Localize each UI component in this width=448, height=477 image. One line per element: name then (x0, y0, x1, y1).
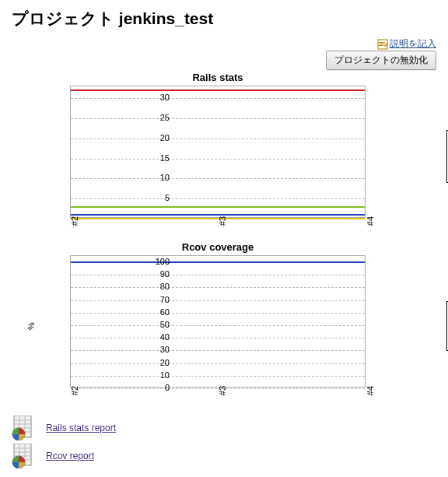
edit-description-link[interactable]: 説明を記入 (377, 38, 436, 49)
chart-ytick: 60 (142, 307, 170, 317)
edit-icon (377, 39, 388, 50)
chart-xtick: #2 (70, 386, 93, 395)
chart-plot-area (70, 255, 366, 388)
report-icon (12, 416, 37, 440)
rcov-report-link[interactable]: Rcov report (46, 451, 94, 461)
chart-ytick: 10 (142, 370, 170, 380)
chart-ytick: 10 (142, 173, 170, 182)
svg-rect-1 (379, 42, 385, 43)
chart-series-line (71, 214, 365, 216)
report-row: Rcov report (12, 444, 436, 468)
chart-gridline (71, 338, 365, 338)
chart-xtick: #3 (218, 386, 240, 395)
chart-gridline (71, 325, 365, 326)
chart-gridline (71, 98, 365, 99)
chart-ytick: 0 (142, 383, 170, 392)
reports-section: Rails stats report Rcov report (12, 416, 436, 468)
chart-ylabel: % (26, 322, 36, 330)
chart-xtick: #2 (70, 216, 93, 226)
chart-gridline (71, 300, 365, 301)
chart-gridline (71, 198, 365, 199)
rails-stats-chart: Rails stats51015202530#2#3#4 LOC/M Lines… (39, 72, 436, 241)
report-icon (12, 444, 37, 468)
chart-ytick: 40 (142, 332, 170, 342)
chart-gridline (71, 363, 365, 364)
chart-gridline (71, 287, 365, 288)
chart-gridline (71, 313, 365, 314)
chart-xtick: #3 (218, 216, 240, 226)
chart-ytick: 70 (142, 295, 170, 304)
chart-gridline (71, 118, 365, 119)
chart-plot-area (70, 86, 366, 218)
chart-ytick: 20 (142, 133, 170, 142)
chart-gridline (71, 159, 365, 160)
chart-xtick: #4 (366, 216, 388, 226)
chart-gridline (71, 350, 365, 351)
project-actions: 説明を記入 プロジェクトの無効化 (12, 37, 436, 70)
chart-series-line (71, 261, 365, 263)
chart-gridline (71, 139, 365, 139)
svg-rect-2 (379, 44, 385, 44)
chart-title: Rails stats (70, 72, 366, 83)
rcov-coverage-chart: Rcov coverage%0102030405060708090100#2#3… (39, 241, 436, 411)
chart-xtick: #4 (366, 386, 388, 395)
svg-rect-3 (379, 45, 383, 46)
chart-ytick: 25 (142, 113, 170, 122)
page-title: プロジェクト jenkins_test (12, 8, 436, 30)
chart-gridline (71, 178, 365, 179)
chart-ytick: 80 (142, 282, 170, 291)
chart-ytick: 20 (142, 358, 170, 367)
chart-ytick: 5 (142, 193, 170, 202)
chart-ytick: 100 (142, 257, 170, 266)
chart-gridline (71, 376, 365, 377)
chart-title: Rcov coverage (70, 241, 366, 253)
chart-ytick: 90 (142, 269, 170, 279)
rails-stats-report-link[interactable]: Rails stats report (46, 423, 116, 433)
edit-description-label: 説明を記入 (390, 38, 436, 49)
disable-project-button[interactable]: プロジェクトの無効化 (326, 51, 436, 70)
chart-ytick: 30 (142, 345, 170, 354)
chart-ytick: 30 (142, 93, 170, 102)
chart-ytick: 15 (142, 153, 170, 163)
chart-series-line (71, 89, 365, 91)
chart-ytick: 50 (142, 320, 170, 329)
report-row: Rails stats report (12, 416, 436, 440)
chart-gridline (71, 275, 365, 275)
chart-series-line (71, 206, 365, 208)
